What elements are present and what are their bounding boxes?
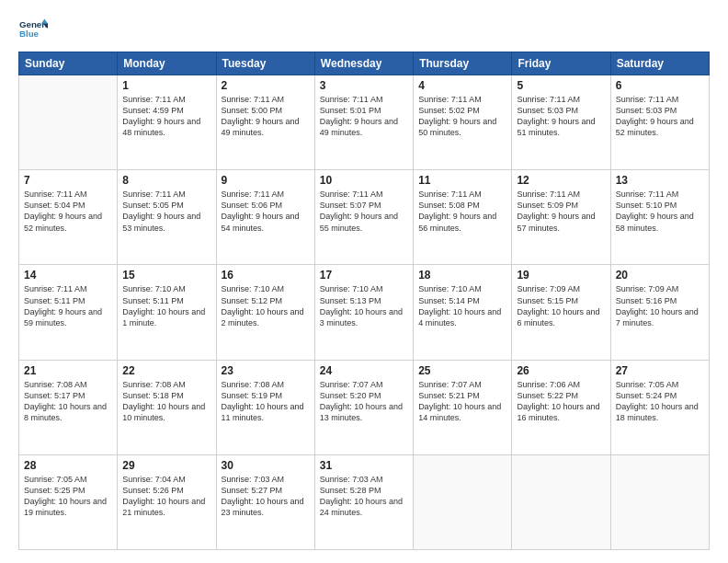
calendar-cell: 20Sunrise: 7:09 AM Sunset: 5:16 PM Dayli…: [610, 265, 709, 360]
day-header-wednesday: Wednesday: [314, 52, 413, 75]
day-number: 11: [418, 174, 506, 187]
cell-content: Sunrise: 7:11 AM Sunset: 5:05 PM Dayligh…: [122, 189, 210, 234]
calendar-body: 1Sunrise: 7:11 AM Sunset: 4:59 PM Daylig…: [19, 75, 710, 550]
calendar-cell: 22Sunrise: 7:08 AM Sunset: 5:18 PM Dayli…: [118, 360, 216, 454]
calendar-cell: 5Sunrise: 7:11 AM Sunset: 5:03 PM Daylig…: [512, 75, 610, 170]
calendar-cell: [512, 454, 610, 549]
calendar-cell: 26Sunrise: 7:06 AM Sunset: 5:22 PM Dayli…: [512, 360, 610, 454]
day-number: 27: [616, 364, 704, 377]
cell-content: Sunrise: 7:05 AM Sunset: 5:25 PM Dayligh…: [24, 474, 112, 519]
day-number: 18: [418, 269, 506, 282]
day-number: 16: [222, 269, 310, 282]
calendar-cell: 3Sunrise: 7:11 AM Sunset: 5:01 PM Daylig…: [314, 75, 413, 170]
day-header-tuesday: Tuesday: [216, 52, 314, 75]
cell-content: Sunrise: 7:11 AM Sunset: 5:06 PM Dayligh…: [222, 189, 310, 234]
day-header-friday: Friday: [512, 52, 610, 75]
calendar-cell: 1Sunrise: 7:11 AM Sunset: 4:59 PM Daylig…: [118, 75, 216, 170]
calendar-header-row: SundayMondayTuesdayWednesdayThursdayFrid…: [19, 52, 710, 75]
cell-content: Sunrise: 7:04 AM Sunset: 5:26 PM Dayligh…: [122, 474, 210, 519]
cell-content: Sunrise: 7:11 AM Sunset: 5:01 PM Dayligh…: [320, 94, 408, 139]
day-number: 4: [418, 79, 506, 92]
calendar-cell: 7Sunrise: 7:11 AM Sunset: 5:04 PM Daylig…: [19, 170, 118, 265]
cell-content: Sunrise: 7:11 AM Sunset: 5:07 PM Dayligh…: [320, 189, 408, 234]
day-number: 21: [24, 364, 112, 377]
calendar-cell: 18Sunrise: 7:10 AM Sunset: 5:14 PM Dayli…: [414, 265, 512, 360]
day-number: 13: [616, 174, 704, 187]
cell-content: Sunrise: 7:10 AM Sunset: 5:13 PM Dayligh…: [320, 283, 408, 328]
calendar-cell: 4Sunrise: 7:11 AM Sunset: 5:02 PM Daylig…: [414, 75, 512, 170]
day-number: 5: [517, 79, 605, 92]
day-number: 24: [320, 364, 408, 377]
day-number: 2: [222, 79, 310, 92]
day-number: 14: [24, 269, 112, 282]
calendar-cell: [414, 454, 512, 549]
calendar-cell: 13Sunrise: 7:11 AM Sunset: 5:10 PM Dayli…: [610, 170, 709, 265]
day-header-saturday: Saturday: [610, 52, 709, 75]
calendar-cell: 31Sunrise: 7:03 AM Sunset: 5:28 PM Dayli…: [314, 454, 413, 549]
calendar-cell: 14Sunrise: 7:11 AM Sunset: 5:11 PM Dayli…: [19, 265, 118, 360]
calendar-table: SundayMondayTuesdayWednesdayThursdayFrid…: [18, 52, 710, 550]
day-number: 26: [517, 364, 605, 377]
header: General Blue: [18, 17, 710, 42]
day-number: 9: [222, 174, 310, 187]
calendar-week-row: 7Sunrise: 7:11 AM Sunset: 5:04 PM Daylig…: [19, 170, 710, 265]
calendar-cell: 10Sunrise: 7:11 AM Sunset: 5:07 PM Dayli…: [314, 170, 413, 265]
logo-icon: General Blue: [18, 17, 48, 42]
calendar-page: General Blue SundayMondayTuesdayWednesda…: [0, 0, 728, 563]
calendar-cell: 12Sunrise: 7:11 AM Sunset: 5:09 PM Dayli…: [512, 170, 610, 265]
day-number: 17: [320, 269, 408, 282]
day-number: 15: [122, 269, 210, 282]
cell-content: Sunrise: 7:03 AM Sunset: 5:27 PM Dayligh…: [222, 474, 310, 519]
cell-content: Sunrise: 7:11 AM Sunset: 5:04 PM Dayligh…: [24, 189, 112, 234]
cell-content: Sunrise: 7:11 AM Sunset: 5:11 PM Dayligh…: [24, 283, 112, 328]
calendar-cell: 25Sunrise: 7:07 AM Sunset: 5:21 PM Dayli…: [414, 360, 512, 454]
day-number: 6: [616, 79, 704, 92]
day-number: 19: [517, 269, 605, 282]
day-number: 31: [320, 459, 408, 472]
day-number: 3: [320, 79, 408, 92]
day-number: 25: [418, 364, 506, 377]
cell-content: Sunrise: 7:11 AM Sunset: 5:00 PM Dayligh…: [222, 94, 310, 139]
cell-content: Sunrise: 7:09 AM Sunset: 5:16 PM Dayligh…: [616, 283, 704, 328]
calendar-cell: 2Sunrise: 7:11 AM Sunset: 5:00 PM Daylig…: [216, 75, 314, 170]
logo: General Blue: [18, 17, 48, 42]
calendar-cell: 17Sunrise: 7:10 AM Sunset: 5:13 PM Dayli…: [314, 265, 413, 360]
day-number: 7: [24, 174, 112, 187]
calendar-cell: 27Sunrise: 7:05 AM Sunset: 5:24 PM Dayli…: [610, 360, 709, 454]
calendar-cell: 19Sunrise: 7:09 AM Sunset: 5:15 PM Dayli…: [512, 265, 610, 360]
day-header-monday: Monday: [118, 52, 216, 75]
day-number: 20: [616, 269, 704, 282]
cell-content: Sunrise: 7:08 AM Sunset: 5:17 PM Dayligh…: [24, 379, 112, 424]
svg-text:Blue: Blue: [19, 29, 40, 39]
cell-content: Sunrise: 7:10 AM Sunset: 5:14 PM Dayligh…: [418, 283, 506, 328]
calendar-cell: 29Sunrise: 7:04 AM Sunset: 5:26 PM Dayli…: [118, 454, 216, 549]
calendar-week-row: 14Sunrise: 7:11 AM Sunset: 5:11 PM Dayli…: [19, 265, 710, 360]
day-number: 23: [222, 364, 310, 377]
cell-content: Sunrise: 7:11 AM Sunset: 5:09 PM Dayligh…: [517, 189, 605, 234]
cell-content: Sunrise: 7:11 AM Sunset: 5:03 PM Dayligh…: [517, 94, 605, 139]
day-header-thursday: Thursday: [414, 52, 512, 75]
cell-content: Sunrise: 7:05 AM Sunset: 5:24 PM Dayligh…: [616, 379, 704, 424]
calendar-cell: 6Sunrise: 7:11 AM Sunset: 5:03 PM Daylig…: [610, 75, 709, 170]
day-number: 8: [122, 174, 210, 187]
calendar-week-row: 1Sunrise: 7:11 AM Sunset: 4:59 PM Daylig…: [19, 75, 710, 170]
cell-content: Sunrise: 7:08 AM Sunset: 5:18 PM Dayligh…: [122, 379, 210, 424]
day-number: 29: [122, 459, 210, 472]
cell-content: Sunrise: 7:11 AM Sunset: 4:59 PM Dayligh…: [122, 94, 210, 139]
calendar-week-row: 21Sunrise: 7:08 AM Sunset: 5:17 PM Dayli…: [19, 360, 710, 454]
cell-content: Sunrise: 7:08 AM Sunset: 5:19 PM Dayligh…: [222, 379, 310, 424]
day-header-sunday: Sunday: [19, 52, 118, 75]
calendar-week-row: 28Sunrise: 7:05 AM Sunset: 5:25 PM Dayli…: [19, 454, 710, 549]
cell-content: Sunrise: 7:09 AM Sunset: 5:15 PM Dayligh…: [517, 283, 605, 328]
calendar-cell: 23Sunrise: 7:08 AM Sunset: 5:19 PM Dayli…: [216, 360, 314, 454]
day-number: 28: [24, 459, 112, 472]
cell-content: Sunrise: 7:03 AM Sunset: 5:28 PM Dayligh…: [320, 474, 408, 519]
calendar-cell: 28Sunrise: 7:05 AM Sunset: 5:25 PM Dayli…: [19, 454, 118, 549]
day-number: 22: [122, 364, 210, 377]
calendar-cell: 30Sunrise: 7:03 AM Sunset: 5:27 PM Dayli…: [216, 454, 314, 549]
cell-content: Sunrise: 7:10 AM Sunset: 5:11 PM Dayligh…: [122, 283, 210, 328]
calendar-cell: [610, 454, 709, 549]
cell-content: Sunrise: 7:11 AM Sunset: 5:02 PM Dayligh…: [418, 94, 506, 139]
calendar-cell: 8Sunrise: 7:11 AM Sunset: 5:05 PM Daylig…: [118, 170, 216, 265]
calendar-cell: 21Sunrise: 7:08 AM Sunset: 5:17 PM Dayli…: [19, 360, 118, 454]
